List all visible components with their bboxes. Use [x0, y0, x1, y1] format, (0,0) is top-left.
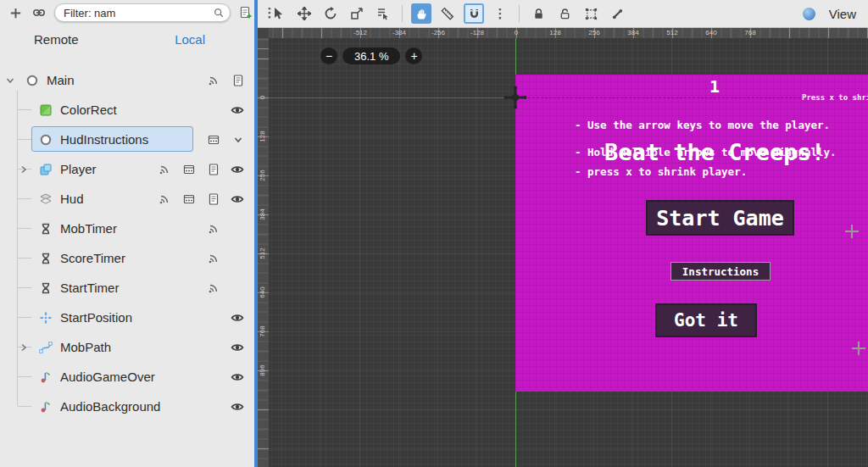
- signal-icon[interactable]: [208, 253, 220, 264]
- got-it-button[interactable]: Got it: [655, 303, 757, 337]
- expand-arrow-icon[interactable]: [19, 342, 29, 353]
- tab-local[interactable]: Local: [175, 32, 205, 47]
- visibility-eye-icon[interactable]: [231, 400, 244, 414]
- pan-tool-button[interactable]: [411, 3, 431, 24]
- start-game-button[interactable]: Start Game: [646, 200, 794, 236]
- rotate-tool-button[interactable]: [320, 3, 341, 24]
- scene-tree: Main ColorRect HudInstructions: [0, 54, 254, 467]
- tree-row-audiobackground[interactable]: AudioBackground: [0, 392, 254, 421]
- plus-icon: [9, 7, 22, 19]
- hud-hint-label: Press x to shrin: [802, 93, 868, 102]
- canvaslayer-icon: [39, 192, 54, 206]
- zoom-level-label[interactable]: 36.1 %: [342, 47, 400, 64]
- godot-editor: ⋮ Remote Local Main ColorRect: [0, 0, 868, 467]
- scale-tool-button[interactable]: [347, 3, 367, 24]
- move-icon: [298, 7, 311, 20]
- timer-icon: [39, 252, 54, 265]
- instance-scene-button[interactable]: [31, 4, 47, 21]
- tree-row-starttimer[interactable]: StartTimer: [0, 273, 254, 303]
- add-node-button[interactable]: [7, 4, 24, 21]
- script-icon[interactable]: [208, 193, 220, 205]
- script-icon[interactable]: [208, 164, 220, 175]
- game-title: Beat the Creeps!: [538, 139, 868, 165]
- list-select-tool-button[interactable]: [373, 3, 393, 24]
- tree-row-mobpath[interactable]: MobPath: [0, 332, 254, 362]
- tree-row-main[interactable]: Main: [0, 65, 254, 95]
- ruler-label: 640: [705, 29, 716, 36]
- origin-crosshair-gizmo[interactable]: [504, 86, 527, 109]
- audio-stream-icon: [39, 400, 54, 414]
- node-label: StartPosition: [60, 310, 132, 325]
- ruler-label: 256: [588, 29, 599, 36]
- chevron-down-icon[interactable]: [232, 134, 244, 146]
- script-icon[interactable]: [232, 75, 244, 86]
- magnet-icon: [468, 8, 481, 20]
- visibility-eye-icon[interactable]: [231, 311, 244, 325]
- visibility-eye-icon[interactable]: [231, 163, 244, 176]
- signal-icon[interactable]: [208, 75, 220, 86]
- tree-row-hud[interactable]: Hud: [0, 184, 254, 214]
- tree-row-startposition[interactable]: StartPosition: [0, 303, 254, 332]
- visibility-eye-icon[interactable]: [231, 341, 244, 354]
- group-icon[interactable]: [183, 164, 195, 175]
- vertical-ruler[interactable]: 0 128 256 384 512 640 768 896: [258, 28, 269, 467]
- tab-remote[interactable]: Remote: [34, 32, 79, 47]
- tree-row-scoretimer[interactable]: ScoreTimer: [0, 243, 254, 273]
- attach-script-button[interactable]: [237, 4, 254, 21]
- ruler-icon: [441, 7, 454, 20]
- snap-toggle-button[interactable]: [464, 3, 484, 24]
- group-icon[interactable]: [208, 134, 220, 146]
- ruler-label: 512: [259, 247, 266, 259]
- instruction-line-1: - Use the arrow keys to move the player.: [575, 119, 830, 131]
- timer-icon: [39, 222, 54, 236]
- tree-row-colorrect[interactable]: ColorRect: [0, 95, 254, 125]
- unlock-button[interactable]: [554, 3, 575, 24]
- scene-menu-button[interactable]: ⋮: [261, 4, 278, 21]
- filter-input-box[interactable]: [54, 3, 231, 22]
- toolbar-divider: [402, 5, 403, 22]
- path2d-icon: [39, 341, 54, 354]
- canvas-2d[interactable]: 1 Press x to shrin - Use the arrow keys …: [269, 38, 868, 467]
- instruction-line-3: - press x to shrink player.: [575, 165, 747, 178]
- filter-input[interactable]: [64, 7, 213, 19]
- scale-icon: [350, 7, 364, 20]
- horizontal-ruler[interactable]: -512 -384 -256 -128 0 128 256 384 512 64…: [269, 28, 868, 38]
- visibility-eye-icon[interactable]: [231, 192, 244, 206]
- snap-options-button[interactable]: ⋮: [490, 3, 510, 24]
- tree-row-hudinstructions[interactable]: HudInstructions: [0, 125, 254, 154]
- skeleton-button[interactable]: [607, 3, 627, 24]
- move-tool-button[interactable]: [294, 3, 314, 24]
- timer-icon: [39, 281, 54, 295]
- tree-row-mobtimer[interactable]: MobTimer: [0, 214, 254, 243]
- collapse-arrow-icon[interactable]: [5, 75, 15, 86]
- ruler-label: -512: [353, 29, 367, 36]
- hand-icon: [415, 8, 428, 20]
- group-icon[interactable]: [183, 193, 195, 205]
- view-menu-button[interactable]: View: [826, 7, 860, 21]
- lock-button[interactable]: [528, 3, 548, 24]
- group-selection-button[interactable]: [581, 3, 601, 24]
- visibility-eye-icon[interactable]: [231, 103, 244, 117]
- dock-splitter[interactable]: [254, 0, 258, 467]
- node-position-gizmo[interactable]: [852, 342, 865, 355]
- signal-icon[interactable]: [159, 193, 170, 205]
- node-label: HudInstructions: [60, 132, 148, 147]
- signal-icon[interactable]: [159, 164, 170, 175]
- tree-row-audiogameover[interactable]: AudioGameOver: [0, 362, 254, 392]
- x-axis-line: [269, 97, 515, 98]
- group-frame-icon: [585, 8, 598, 20]
- node-position-gizmo[interactable]: [845, 225, 859, 238]
- signal-icon[interactable]: [208, 282, 220, 294]
- zoom-in-button[interactable]: +: [405, 47, 422, 64]
- ruler-label: 256: [259, 170, 266, 181]
- instructions-button[interactable]: Instructions: [670, 262, 771, 281]
- zoom-out-button[interactable]: −: [320, 47, 337, 64]
- signal-icon[interactable]: [208, 223, 220, 235]
- expand-arrow-icon[interactable]: [19, 164, 29, 175]
- visibility-eye-icon[interactable]: [231, 370, 244, 384]
- node-label: AudioGameOver: [60, 370, 155, 384]
- game-colorrect[interactable]: 1 Press x to shrin - Use the arrow keys …: [515, 75, 868, 392]
- tree-row-player[interactable]: Player: [0, 154, 254, 184]
- ruler-label: 0: [259, 96, 266, 99]
- ruler-tool-button[interactable]: [437, 3, 458, 24]
